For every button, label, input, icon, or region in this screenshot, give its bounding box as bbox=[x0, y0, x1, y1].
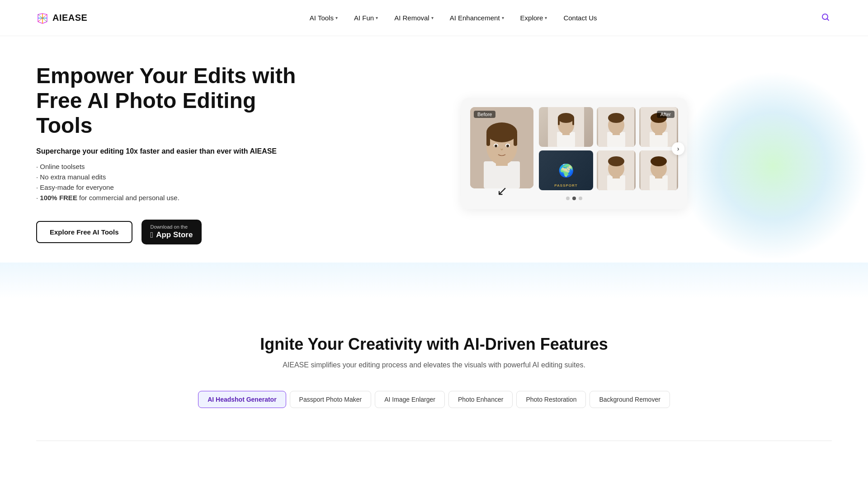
background-gradient bbox=[678, 71, 868, 261]
logo-text: AIEASE bbox=[52, 13, 87, 23]
bullet-3: Easy-made for everyone bbox=[36, 183, 316, 191]
passport-label: PASSPORT bbox=[539, 183, 593, 188]
chevron-down-icon: ▾ bbox=[376, 15, 378, 20]
passport-book: 🌍 PASSPORT bbox=[539, 150, 593, 190]
section-divider bbox=[36, 441, 832, 441]
features-section: Ignite Your Creativity with AI-Driven Fe… bbox=[0, 299, 868, 426]
svg-point-5 bbox=[486, 122, 517, 142]
svg-point-10 bbox=[495, 145, 497, 147]
features-title: Ignite Your Creativity with AI-Driven Fe… bbox=[36, 335, 832, 354]
after-section: After bbox=[539, 107, 678, 190]
nav-item-ai-enhancement[interactable]: AI Enhancement ▾ bbox=[450, 14, 504, 22]
tab-passport-photo[interactable]: Passport Photo Maker bbox=[290, 391, 372, 408]
logo[interactable]: AIEASE bbox=[36, 12, 87, 24]
features-tabs: AI Headshot Generator Passport Photo Mak… bbox=[36, 391, 832, 408]
headshot-thumb-5 bbox=[639, 150, 678, 190]
bullet-2: No extra manual edits bbox=[36, 173, 316, 181]
globe-icon: 🌍 bbox=[558, 163, 574, 178]
explore-button[interactable]: Explore Free AI Tools bbox=[36, 221, 132, 243]
headshot-thumb-1 bbox=[539, 107, 593, 147]
hero-actions: Explore Free AI Tools Download on the  … bbox=[36, 220, 316, 244]
chevron-down-icon: ▾ bbox=[545, 15, 547, 20]
svg-point-16 bbox=[558, 113, 574, 123]
nav-item-ai-tools[interactable]: AI Tools ▾ bbox=[310, 14, 338, 22]
svg-point-33 bbox=[608, 156, 624, 166]
hero-section: Empower Your Edits with Free AI Photo Ed… bbox=[0, 36, 868, 263]
search-button[interactable] bbox=[819, 11, 832, 25]
bullet-4: 100% FREE for commercial and personal us… bbox=[36, 194, 316, 202]
before-image bbox=[470, 107, 533, 188]
features-subtitle: AIEASE simplifies your editing process a… bbox=[36, 361, 832, 369]
logo-icon bbox=[36, 12, 49, 24]
svg-point-11 bbox=[506, 145, 509, 147]
demo-card-inner: Before bbox=[470, 107, 678, 190]
after-label: After bbox=[657, 111, 675, 118]
nav-item-ai-removal[interactable]: AI Removal ▾ bbox=[394, 14, 434, 22]
portrait-svg bbox=[470, 107, 533, 188]
dot-3[interactable] bbox=[579, 197, 582, 200]
nav-links: AI Tools ▾ AI Fun ▾ AI Removal ▾ AI Enha… bbox=[310, 14, 597, 22]
svg-rect-7 bbox=[514, 132, 517, 146]
chevron-down-icon: ▾ bbox=[502, 15, 504, 20]
headshot-thumb-4 bbox=[597, 150, 636, 190]
svg-point-23 bbox=[608, 113, 624, 123]
hero-left: Empower Your Edits with Free AI Photo Ed… bbox=[36, 63, 316, 244]
tab-ai-image-enlarger[interactable]: AI Image Enlarger bbox=[375, 391, 445, 408]
arrow-icon: ↙ bbox=[497, 183, 507, 198]
demo-card: Before bbox=[461, 98, 687, 209]
nav-item-contact[interactable]: Contact Us bbox=[563, 14, 597, 22]
next-button[interactable]: › bbox=[672, 142, 684, 155]
dot-2[interactable] bbox=[572, 197, 576, 200]
navbar: AIEASE AI Tools ▾ AI Fun ▾ AI Removal ▾ … bbox=[0, 0, 868, 36]
hero-right: Before bbox=[316, 98, 832, 209]
headshot-thumb-2 bbox=[597, 107, 636, 147]
bullet-1: Online toolsets bbox=[36, 163, 316, 170]
svg-rect-18 bbox=[572, 118, 574, 125]
hero-gradient bbox=[0, 263, 868, 299]
hero-subtitle: Supercharge your editing 10x faster and … bbox=[36, 147, 316, 155]
hero-bullets: Online toolsets No extra manual edits Ea… bbox=[36, 163, 316, 202]
svg-rect-6 bbox=[486, 132, 490, 146]
apple-icon:  bbox=[151, 230, 154, 240]
nav-item-explore[interactable]: Explore ▾ bbox=[520, 14, 547, 22]
before-label: Before bbox=[474, 111, 495, 118]
hero-title: Empower Your Edits with Free AI Photo Ed… bbox=[36, 63, 316, 138]
svg-point-38 bbox=[651, 156, 667, 166]
svg-rect-17 bbox=[558, 118, 560, 125]
tab-background-remover[interactable]: Background Remover bbox=[590, 391, 670, 408]
tab-ai-headshot[interactable]: AI Headshot Generator bbox=[198, 391, 286, 408]
before-section: Before bbox=[470, 107, 533, 190]
nav-item-ai-fun[interactable]: AI Fun ▾ bbox=[354, 14, 378, 22]
tab-photo-enhancer[interactable]: Photo Enhancer bbox=[448, 391, 513, 408]
tab-photo-restoration[interactable]: Photo Restoration bbox=[516, 391, 586, 408]
search-icon bbox=[821, 13, 830, 22]
chevron-down-icon: ▾ bbox=[431, 15, 434, 20]
dot-1[interactable] bbox=[566, 197, 570, 200]
appstore-button[interactable]: Download on the  App Store bbox=[142, 220, 202, 244]
chevron-down-icon: ▾ bbox=[335, 15, 338, 20]
after-grid: 🌍 PASSPORT bbox=[539, 107, 678, 190]
